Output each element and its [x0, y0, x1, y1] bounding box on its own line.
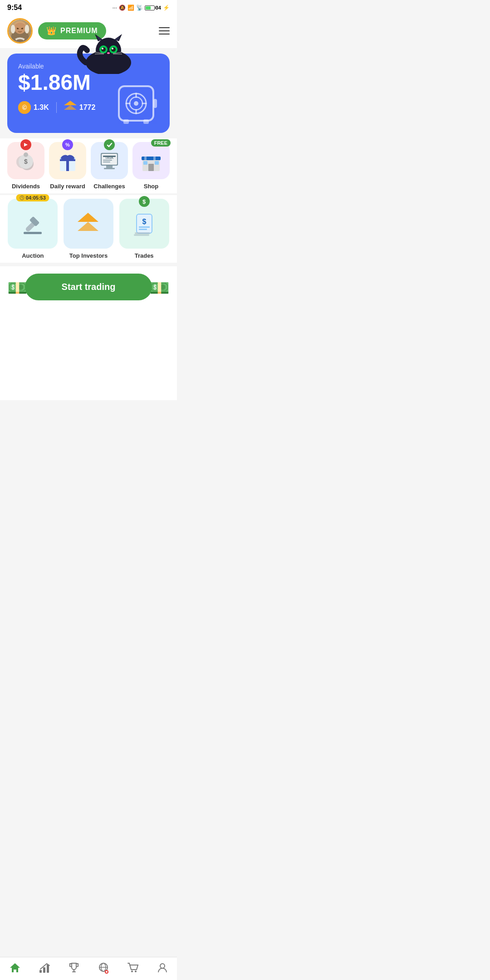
avatar-image	[9, 20, 31, 42]
svg-rect-60	[103, 162, 110, 162]
header: 👑 PREMIUM	[0, 14, 177, 48]
trades-box: $ $	[119, 199, 169, 249]
status-icons: ··· 🔕 📶 📡 34 ⚡	[113, 5, 170, 11]
auction-box: 04:05:53	[8, 199, 58, 249]
signal-dots-icon: ···	[113, 5, 117, 11]
daily-reward-label: Daily reward	[50, 183, 85, 190]
svg-marker-27	[64, 101, 77, 105]
svg-rect-82	[139, 229, 147, 230]
timer-value: 04:05:53	[26, 195, 46, 201]
auction-label: Auction	[22, 252, 44, 259]
task-icon: TASK	[97, 148, 122, 173]
svg-text:$: $	[142, 218, 146, 225]
dividends-item[interactable]: $ Dividends	[7, 142, 44, 190]
shop-item[interactable]: FREE Shop	[132, 142, 170, 190]
svg-marker-76	[78, 213, 98, 222]
svg-rect-37	[153, 99, 157, 108]
battery: 34	[145, 5, 161, 10]
auction-icon	[19, 210, 46, 237]
svg-point-51	[66, 156, 69, 159]
svg-rect-68	[143, 161, 147, 165]
svg-marker-28	[64, 105, 77, 110]
quick-actions-section: $ Dividends %	[0, 138, 177, 193]
dividends-icon: $	[14, 148, 38, 173]
trades-label: Trades	[135, 252, 154, 259]
premium-badge[interactable]: 👑 PREMIUM	[38, 22, 106, 39]
svg-rect-69	[155, 161, 159, 165]
auction-timer: 04:05:53	[16, 194, 49, 201]
avatar[interactable]	[7, 18, 33, 44]
crown-icon: 👑	[46, 26, 57, 36]
daily-reward-item[interactable]: % Daily reward	[49, 142, 86, 190]
secondary-actions-section: 04:05:53 Auction T	[0, 195, 177, 263]
top-investors-box	[64, 199, 113, 249]
svg-point-36	[134, 101, 138, 106]
coin-icon: ©	[18, 101, 31, 114]
trades-badge: $	[139, 196, 150, 207]
battery-percent: 34	[156, 5, 161, 10]
svg-rect-55	[106, 166, 113, 168]
rank-icon	[64, 101, 77, 114]
balance-card: Available $1.86M © 1.3K 1772	[7, 54, 170, 133]
auction-item[interactable]: 04:05:53 Auction	[7, 199, 59, 259]
user-portrait-svg	[9, 19, 31, 43]
svg-text:$: $	[24, 158, 28, 165]
wifi-icon: 📡	[136, 5, 143, 11]
status-bar: 9:54 ··· 🔕 📶 📡 34 ⚡	[0, 0, 177, 14]
svg-rect-59	[103, 160, 112, 161]
svg-rect-56	[104, 168, 115, 169]
rank-value: 1772	[79, 103, 96, 112]
svg-text:©: ©	[22, 104, 27, 111]
status-time: 9:54	[7, 4, 22, 12]
trades-item[interactable]: $ $ Trades	[118, 199, 170, 259]
shop-icon	[139, 148, 163, 173]
dividends-badge	[20, 139, 31, 150]
menu-line-3	[159, 34, 170, 34]
dividends-label: Dividends	[12, 183, 40, 190]
svg-rect-81	[139, 226, 150, 228]
secondary-actions-grid: 04:05:53 Auction T	[7, 199, 170, 259]
quick-actions-grid: $ Dividends %	[7, 142, 170, 190]
menu-line-1	[159, 27, 170, 28]
challenges-item[interactable]: TASK Challenges	[91, 142, 128, 190]
top-investors-label: Top Investors	[69, 252, 108, 259]
start-trading-button[interactable]: Start trading	[25, 274, 152, 300]
top-investors-icon	[74, 209, 103, 239]
daily-reward-box: %	[49, 142, 86, 179]
svg-marker-40	[24, 143, 28, 147]
svg-text:TASK: TASK	[105, 156, 114, 159]
shop-label: Shop	[144, 183, 159, 190]
svg-point-45	[24, 152, 28, 157]
svg-rect-67	[148, 164, 154, 171]
menu-line-2	[159, 30, 170, 31]
trades-icon: $	[130, 210, 158, 238]
safe-icon	[115, 81, 161, 126]
challenges-box: TASK	[91, 142, 128, 179]
signal-bars-icon: 📶	[127, 5, 134, 11]
trading-section: 💵 Start trading 💵	[0, 266, 177, 309]
money-right-icon: 💵	[149, 279, 170, 298]
svg-rect-54	[102, 154, 117, 165]
menu-button[interactable]	[159, 27, 170, 34]
mute-icon: 🔕	[119, 5, 126, 11]
rank-stat: 1772	[64, 101, 96, 114]
available-label: Available	[18, 63, 159, 70]
content-spacer	[0, 309, 177, 400]
coins-stat: © 1.3K	[18, 101, 49, 114]
svg-rect-38	[123, 119, 129, 124]
shop-box: FREE	[132, 142, 170, 179]
svg-rect-66	[153, 157, 156, 160]
svg-rect-84	[134, 234, 149, 236]
svg-point-4	[25, 25, 29, 34]
top-investors-item[interactable]: Top Investors	[63, 199, 114, 259]
svg-rect-75	[24, 232, 42, 234]
balance-card-wrapper: Available $1.86M © 1.3K 1772	[7, 54, 170, 133]
svg-rect-52	[60, 159, 75, 161]
stat-divider	[56, 102, 57, 113]
challenges-badge	[104, 139, 115, 150]
nav-spacer	[0, 400, 177, 432]
svg-rect-83	[135, 232, 150, 234]
svg-rect-39	[143, 119, 149, 124]
svg-line-72	[22, 198, 23, 198]
svg-rect-64	[144, 157, 147, 160]
